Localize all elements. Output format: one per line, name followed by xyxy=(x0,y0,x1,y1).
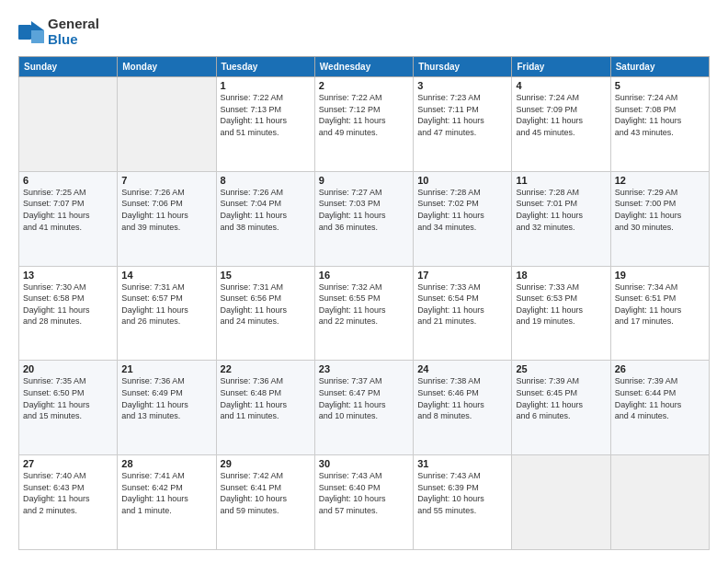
calendar-cell: 21Sunrise: 7:36 AM Sunset: 6:49 PM Dayli… xyxy=(118,361,216,455)
calendar-cell: 1Sunrise: 7:22 AM Sunset: 7:13 PM Daylig… xyxy=(216,77,314,172)
calendar-cell: 3Sunrise: 7:23 AM Sunset: 7:11 PM Daylig… xyxy=(414,77,512,172)
day-info: Sunrise: 7:31 AM Sunset: 6:56 PM Dayligh… xyxy=(221,282,311,327)
day-info: Sunrise: 7:39 AM Sunset: 6:45 PM Dayligh… xyxy=(516,375,606,421)
calendar-cell: 24Sunrise: 7:38 AM Sunset: 6:46 PM Dayli… xyxy=(414,361,512,455)
day-number: 17 xyxy=(417,270,507,281)
day-number: 5 xyxy=(615,80,705,91)
calendar-cell: 14Sunrise: 7:31 AM Sunset: 6:57 PM Dayli… xyxy=(118,266,216,361)
day-info: Sunrise: 7:24 AM Sunset: 7:09 PM Dayligh… xyxy=(516,92,606,138)
logo-icon xyxy=(18,21,44,43)
day-info: Sunrise: 7:26 AM Sunset: 7:06 PM Dayligh… xyxy=(121,187,211,233)
calendar-week-3: 13Sunrise: 7:30 AM Sunset: 6:58 PM Dayli… xyxy=(19,266,710,361)
calendar-cell: 28Sunrise: 7:41 AM Sunset: 6:42 PM Dayli… xyxy=(118,455,216,550)
day-info: Sunrise: 7:25 AM Sunset: 7:07 PM Dayligh… xyxy=(23,187,113,233)
calendar-cell: 25Sunrise: 7:39 AM Sunset: 6:45 PM Dayli… xyxy=(512,361,610,455)
col-header-friday: Friday xyxy=(512,57,610,77)
day-number: 4 xyxy=(516,80,606,91)
calendar-week-4: 20Sunrise: 7:35 AM Sunset: 6:50 PM Dayli… xyxy=(19,361,710,455)
day-number: 15 xyxy=(221,270,311,281)
calendar-cell: 8Sunrise: 7:26 AM Sunset: 7:04 PM Daylig… xyxy=(216,171,314,266)
col-header-thursday: Thursday xyxy=(414,57,512,77)
day-info: Sunrise: 7:27 AM Sunset: 7:03 PM Dayligh… xyxy=(319,187,409,233)
day-info: Sunrise: 7:35 AM Sunset: 6:50 PM Dayligh… xyxy=(23,375,113,421)
day-info: Sunrise: 7:43 AM Sunset: 6:39 PM Dayligh… xyxy=(417,470,507,516)
col-header-monday: Monday xyxy=(118,57,216,77)
day-info: Sunrise: 7:28 AM Sunset: 7:01 PM Dayligh… xyxy=(516,187,606,233)
calendar-cell: 17Sunrise: 7:33 AM Sunset: 6:54 PM Dayli… xyxy=(414,266,512,361)
day-number: 9 xyxy=(319,175,409,186)
calendar-cell: 29Sunrise: 7:42 AM Sunset: 6:41 PM Dayli… xyxy=(216,455,314,550)
day-number: 20 xyxy=(23,363,113,374)
day-info: Sunrise: 7:41 AM Sunset: 6:42 PM Dayligh… xyxy=(121,470,211,516)
day-info: Sunrise: 7:33 AM Sunset: 6:54 PM Dayligh… xyxy=(417,282,507,327)
day-number: 23 xyxy=(319,363,409,374)
header: General Blue xyxy=(18,17,710,47)
calendar-cell: 18Sunrise: 7:33 AM Sunset: 6:53 PM Dayli… xyxy=(512,266,610,361)
day-info: Sunrise: 7:40 AM Sunset: 6:43 PM Dayligh… xyxy=(23,470,113,516)
calendar-cell: 2Sunrise: 7:22 AM Sunset: 7:12 PM Daylig… xyxy=(314,77,413,172)
calendar-week-2: 6Sunrise: 7:25 AM Sunset: 7:07 PM Daylig… xyxy=(19,171,710,266)
calendar-cell: 23Sunrise: 7:37 AM Sunset: 6:47 PM Dayli… xyxy=(314,361,413,455)
calendar-cell: 16Sunrise: 7:32 AM Sunset: 6:55 PM Dayli… xyxy=(314,266,413,361)
day-info: Sunrise: 7:42 AM Sunset: 6:41 PM Dayligh… xyxy=(221,470,311,516)
day-info: Sunrise: 7:30 AM Sunset: 6:58 PM Dayligh… xyxy=(23,282,113,327)
day-number: 6 xyxy=(23,175,113,186)
day-info: Sunrise: 7:36 AM Sunset: 6:49 PM Dayligh… xyxy=(121,375,211,421)
day-info: Sunrise: 7:28 AM Sunset: 7:02 PM Dayligh… xyxy=(417,187,507,233)
calendar-cell: 30Sunrise: 7:43 AM Sunset: 6:40 PM Dayli… xyxy=(314,455,413,550)
day-number: 22 xyxy=(221,363,311,374)
day-number: 14 xyxy=(121,270,211,281)
calendar-cell: 7Sunrise: 7:26 AM Sunset: 7:06 PM Daylig… xyxy=(118,171,216,266)
calendar-cell: 15Sunrise: 7:31 AM Sunset: 6:56 PM Dayli… xyxy=(216,266,314,361)
calendar-cell: 9Sunrise: 7:27 AM Sunset: 7:03 PM Daylig… xyxy=(314,171,413,266)
calendar-cell xyxy=(118,77,216,172)
day-number: 25 xyxy=(516,363,606,374)
calendar-cell: 4Sunrise: 7:24 AM Sunset: 7:09 PM Daylig… xyxy=(512,77,610,172)
col-header-wednesday: Wednesday xyxy=(314,57,413,77)
calendar-cell: 12Sunrise: 7:29 AM Sunset: 7:00 PM Dayli… xyxy=(610,171,709,266)
calendar-cell: 13Sunrise: 7:30 AM Sunset: 6:58 PM Dayli… xyxy=(19,266,118,361)
calendar-week-5: 27Sunrise: 7:40 AM Sunset: 6:43 PM Dayli… xyxy=(19,455,710,550)
day-info: Sunrise: 7:43 AM Sunset: 6:40 PM Dayligh… xyxy=(319,470,409,516)
day-number: 31 xyxy=(417,458,507,469)
day-number: 24 xyxy=(417,363,507,374)
day-info: Sunrise: 7:37 AM Sunset: 6:47 PM Dayligh… xyxy=(319,375,409,421)
day-info: Sunrise: 7:38 AM Sunset: 6:46 PM Dayligh… xyxy=(417,375,507,421)
col-header-sunday: Sunday xyxy=(19,57,118,77)
day-number: 10 xyxy=(417,175,507,186)
day-info: Sunrise: 7:33 AM Sunset: 6:53 PM Dayligh… xyxy=(516,282,606,327)
day-info: Sunrise: 7:24 AM Sunset: 7:08 PM Dayligh… xyxy=(615,92,705,138)
day-info: Sunrise: 7:36 AM Sunset: 6:48 PM Dayligh… xyxy=(221,375,311,421)
calendar-cell: 27Sunrise: 7:40 AM Sunset: 6:43 PM Dayli… xyxy=(19,455,118,550)
day-info: Sunrise: 7:32 AM Sunset: 6:55 PM Dayligh… xyxy=(319,282,409,327)
calendar-table: SundayMondayTuesdayWednesdayThursdayFrid… xyxy=(18,56,710,550)
svg-marker-1 xyxy=(31,21,44,30)
day-number: 28 xyxy=(121,458,211,469)
day-number: 29 xyxy=(221,458,311,469)
logo-blue: Blue xyxy=(48,32,99,48)
day-number: 12 xyxy=(615,175,705,186)
day-number: 8 xyxy=(221,175,311,186)
day-number: 21 xyxy=(121,363,211,374)
day-number: 11 xyxy=(516,175,606,186)
calendar-cell: 31Sunrise: 7:43 AM Sunset: 6:39 PM Dayli… xyxy=(414,455,512,550)
calendar-cell xyxy=(610,455,709,550)
day-info: Sunrise: 7:34 AM Sunset: 6:51 PM Dayligh… xyxy=(615,282,705,327)
day-info: Sunrise: 7:23 AM Sunset: 7:11 PM Dayligh… xyxy=(417,92,507,138)
day-number: 7 xyxy=(121,175,211,186)
day-info: Sunrise: 7:29 AM Sunset: 7:00 PM Dayligh… xyxy=(615,187,705,233)
day-number: 2 xyxy=(319,80,409,91)
day-number: 27 xyxy=(23,458,113,469)
page: General Blue SundayMondayTuesdayWednesda… xyxy=(0,0,728,563)
calendar-cell: 19Sunrise: 7:34 AM Sunset: 6:51 PM Dayli… xyxy=(610,266,709,361)
calendar-cell: 22Sunrise: 7:36 AM Sunset: 6:48 PM Dayli… xyxy=(216,361,314,455)
day-number: 19 xyxy=(615,270,705,281)
day-info: Sunrise: 7:26 AM Sunset: 7:04 PM Dayligh… xyxy=(221,187,311,233)
calendar-cell xyxy=(19,77,118,172)
day-info: Sunrise: 7:31 AM Sunset: 6:57 PM Dayligh… xyxy=(121,282,211,327)
logo-general: General xyxy=(48,17,99,32)
calendar-header-row: SundayMondayTuesdayWednesdayThursdayFrid… xyxy=(19,57,710,77)
day-info: Sunrise: 7:22 AM Sunset: 7:12 PM Dayligh… xyxy=(319,92,409,138)
col-header-tuesday: Tuesday xyxy=(216,57,314,77)
day-number: 30 xyxy=(319,458,409,469)
